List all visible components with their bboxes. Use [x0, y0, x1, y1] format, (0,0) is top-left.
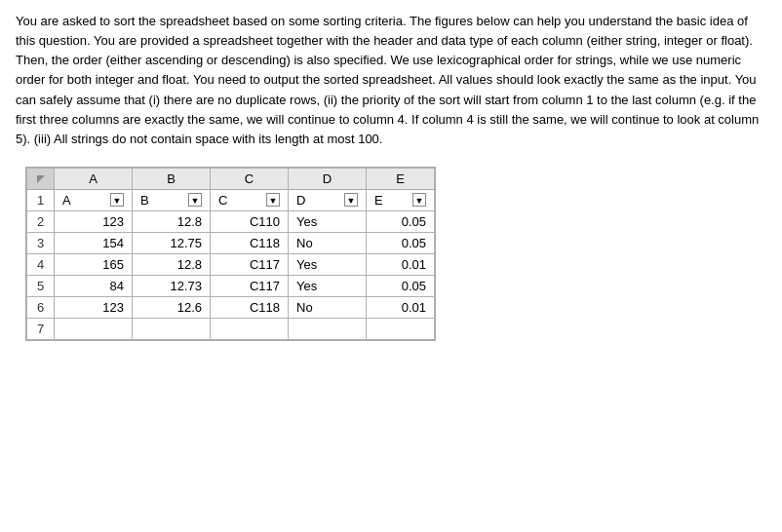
header-cell-d: D ▼: [289, 189, 367, 210]
cell-5-e: 0.05: [367, 275, 435, 296]
row-num-3: 3: [27, 232, 55, 253]
table-row: 2 123 12.8 C110 Yes 0.05: [27, 210, 435, 232]
cell-6-b: 12.6: [133, 296, 211, 318]
cell-7-e: [367, 318, 435, 339]
row-num-4: 4: [27, 253, 55, 275]
corner-triangle-icon: [37, 175, 45, 183]
header-b-label: B: [140, 193, 149, 208]
cell-4-c: C117: [211, 253, 289, 275]
col-header-a: A: [55, 168, 133, 189]
cell-7-a: [55, 318, 133, 339]
col-header-b: B: [133, 168, 211, 189]
cell-4-a: 165: [55, 253, 133, 275]
filter-dropdown-b[interactable]: ▼: [188, 193, 202, 207]
header-c-label: C: [218, 193, 227, 208]
header-cell-c: C ▼: [211, 189, 289, 210]
filter-dropdown-d[interactable]: ▼: [344, 193, 358, 207]
row-num-7: 7: [27, 318, 55, 339]
table-row: 5 84 12.73 C117 Yes 0.05: [27, 275, 435, 296]
table-row: 4 165 12.8 C117 Yes 0.01: [27, 253, 435, 275]
col-header-e: E: [367, 168, 435, 189]
header-cell-a: A ▼: [55, 189, 133, 210]
cell-3-d: No: [289, 232, 367, 253]
table-row: 6 123 12.6 C118 No 0.01: [27, 296, 435, 318]
col-header-d: D: [289, 168, 367, 189]
cell-4-e: 0.01: [367, 253, 435, 275]
header-row: 1 A ▼ B ▼ C ▼: [27, 189, 435, 210]
spreadsheet-table: A B C D E 1 A ▼ B ▼: [26, 168, 435, 340]
cell-6-d: No: [289, 296, 367, 318]
cell-5-a: 84: [55, 275, 133, 296]
cell-5-d: Yes: [289, 275, 367, 296]
cell-3-c: C118: [211, 232, 289, 253]
cell-2-e: 0.05: [367, 210, 435, 232]
header-d-label: D: [296, 193, 305, 208]
table-row: 3 154 12.75 C118 No 0.05: [27, 232, 435, 253]
cell-6-e: 0.01: [367, 296, 435, 318]
cell-7-d: [289, 318, 367, 339]
cell-2-a: 123: [55, 210, 133, 232]
filter-dropdown-c[interactable]: ▼: [266, 193, 280, 207]
cell-5-c: C117: [211, 275, 289, 296]
cell-3-b: 12.75: [133, 232, 211, 253]
table-row: 7: [27, 318, 435, 339]
row-num-5: 5: [27, 275, 55, 296]
header-e-label: E: [374, 193, 383, 208]
row-num-6: 6: [27, 296, 55, 318]
row-num-1: 1: [27, 189, 55, 210]
row-num-2: 2: [27, 210, 55, 232]
cell-5-b: 12.73: [133, 275, 211, 296]
cell-2-b: 12.8: [133, 210, 211, 232]
cell-7-b: [133, 318, 211, 339]
cell-6-c: C118: [211, 296, 289, 318]
cell-6-a: 123: [55, 296, 133, 318]
corner-cell: [27, 168, 55, 189]
header-cell-b: B ▼: [133, 189, 211, 210]
cell-7-c: [211, 318, 289, 339]
cell-3-e: 0.05: [367, 232, 435, 253]
spreadsheet-container: A B C D E 1 A ▼ B ▼: [25, 167, 436, 341]
cell-2-c: C110: [211, 210, 289, 232]
filter-dropdown-a[interactable]: ▼: [110, 193, 124, 207]
cell-4-d: Yes: [289, 253, 367, 275]
header-a-label: A: [62, 193, 71, 208]
header-cell-e: E ▼: [367, 189, 435, 210]
cell-2-d: Yes: [289, 210, 367, 232]
description-text: You are asked to sort the spreadsheet ba…: [16, 12, 766, 149]
cell-4-b: 12.8: [133, 253, 211, 275]
col-header-c: C: [211, 168, 289, 189]
cell-3-a: 154: [55, 232, 133, 253]
filter-dropdown-e[interactable]: ▼: [412, 193, 426, 207]
